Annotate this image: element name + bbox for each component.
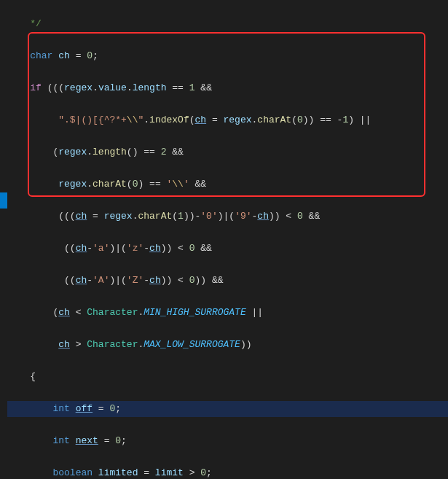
comment: */	[7, 18, 42, 29]
gutter-marker	[0, 192, 7, 209]
editor-gutter	[0, 0, 7, 479]
code-editor[interactable]: */ char ch = 0; if (((regex.value.length…	[0, 0, 448, 479]
